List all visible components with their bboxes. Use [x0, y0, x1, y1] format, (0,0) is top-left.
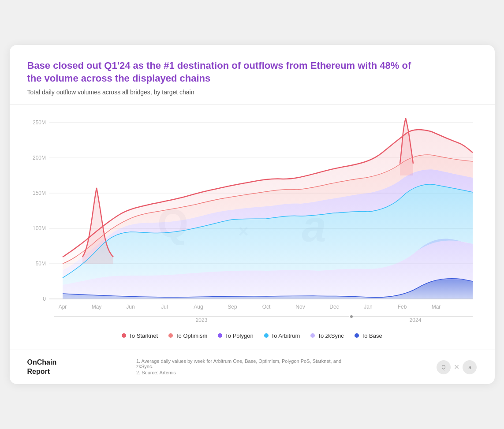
- brand-name: OnChain Report: [27, 358, 57, 377]
- svg-text:200M: 200M: [32, 155, 45, 161]
- svg-text:0: 0: [43, 296, 46, 302]
- legend-starknet: To Starknet: [122, 332, 158, 339]
- note2: 2. Source: Artemis: [136, 370, 357, 375]
- legend-zksync: To zkSync: [310, 332, 343, 339]
- svg-text:250M: 250M: [32, 119, 45, 126]
- svg-text:150M: 150M: [32, 190, 45, 196]
- svg-text:Jan: Jan: [364, 304, 372, 310]
- chart-subtitle: Total daily outflow volumes across all b…: [27, 89, 477, 96]
- svg-text:Aug: Aug: [194, 304, 203, 310]
- zksync-dot: [310, 333, 315, 338]
- legend-arbitrum: To Arbitrum: [264, 332, 300, 339]
- arbitrum-dot: [264, 333, 269, 338]
- svg-text:2024: 2024: [409, 317, 421, 323]
- logo-a: a: [463, 360, 477, 374]
- svg-text:Dec: Dec: [329, 304, 339, 310]
- card: Base closed out Q1'24 as the #1 destinat…: [10, 45, 495, 384]
- logo-q: Q: [437, 360, 451, 374]
- svg-text:Mar: Mar: [431, 304, 441, 310]
- header: Base closed out Q1'24 as the #1 destinat…: [10, 45, 495, 104]
- svg-text:Nov: Nov: [295, 304, 305, 310]
- svg-text:Apr: Apr: [58, 304, 67, 310]
- note1: 1. Average daily values by week for Arbi…: [136, 358, 357, 369]
- svg-text:Jun: Jun: [126, 304, 134, 310]
- svg-text:100M: 100M: [32, 225, 45, 231]
- starknet-dot: [122, 333, 126, 338]
- svg-text:Jul: Jul: [161, 304, 168, 310]
- chart-area: 250M 200M 150M 100M 50M 0 Q × a: [10, 105, 495, 325]
- optimism-dot: [168, 333, 173, 338]
- optimism-label: To Optimism: [175, 332, 207, 339]
- svg-text:May: May: [91, 304, 101, 310]
- svg-text:Oct: Oct: [262, 304, 270, 310]
- logo-separator: ×: [454, 362, 459, 372]
- legend-polygon: To Polygon: [218, 332, 253, 339]
- zksync-label: To zkSync: [317, 332, 343, 339]
- svg-text:Sep: Sep: [228, 304, 237, 310]
- legend-base: To Base: [355, 332, 382, 339]
- base-dot: [355, 333, 359, 338]
- starknet-label: To Starknet: [129, 332, 158, 339]
- base-label: To Base: [362, 332, 382, 339]
- svg-point-30: [350, 315, 353, 318]
- svg-text:2023: 2023: [195, 317, 207, 323]
- footer-notes: 1. Average daily values by week for Arbi…: [136, 358, 357, 376]
- chart-svg: 250M 200M 150M 100M 50M 0 Q × a: [27, 114, 477, 325]
- chart-title: Base closed out Q1'24 as the #1 destinat…: [27, 59, 424, 85]
- polygon-dot: [218, 333, 222, 338]
- footer: OnChain Report 1. Average daily values b…: [10, 350, 495, 384]
- footer-logos: Q × a: [437, 360, 477, 374]
- svg-text:50M: 50M: [35, 261, 45, 267]
- arbitrum-label: To Arbitrum: [271, 332, 300, 339]
- chart-legend: To Starknet To Optimism To Polygon To Ar…: [10, 325, 495, 350]
- svg-text:Feb: Feb: [397, 304, 407, 310]
- polygon-label: To Polygon: [225, 332, 253, 339]
- legend-optimism: To Optimism: [168, 332, 207, 339]
